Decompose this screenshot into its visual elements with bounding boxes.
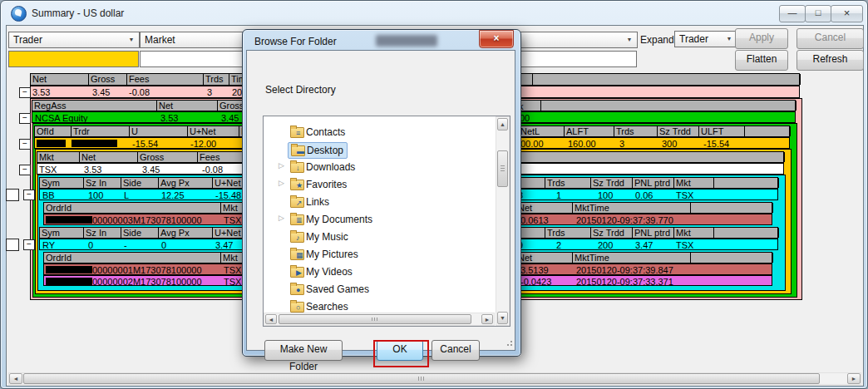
tree-item-label: Searches: [306, 301, 348, 313]
grid-cell: 00.00: [520, 139, 544, 149]
folder-glyph: ○: [296, 303, 300, 312]
grid-cell: NCSA Equity: [35, 113, 88, 123]
tree-item-desktop[interactable]: ▬Desktop: [264, 142, 488, 158]
tree-item-inner[interactable]: ★Favorites: [288, 177, 350, 192]
grid-cell: 3.45: [221, 113, 239, 123]
grid-cell: 0: [161, 240, 166, 250]
tree-item-label: My Music: [306, 231, 348, 243]
column-header: Fees: [127, 74, 204, 85]
collapse-button[interactable]: −: [19, 165, 31, 175]
tree-item-label: Contacts: [306, 126, 345, 138]
tree-h-scrollbar[interactable]: ◄ ►: [264, 313, 495, 326]
tree-item-links[interactable]: ↗Links: [264, 194, 488, 210]
redacted-value: [46, 278, 92, 285]
folder-glyph: ●: [296, 286, 300, 294]
folder-tree[interactable]: ≡Contacts▬Desktop▷↓Downloads▷★Favorites↗…: [263, 116, 510, 327]
column-header: Trds: [614, 126, 658, 136]
column-header: Net: [80, 152, 138, 162]
favorites-folder-icon: ★: [290, 180, 304, 190]
links-folder-icon: ↗: [290, 197, 304, 208]
collapse-button[interactable]: −: [23, 190, 35, 200]
collapse-button[interactable]: −: [19, 87, 31, 98]
folder-glyph: ▦: [296, 251, 303, 259]
column-header: Sz Trdd: [591, 228, 633, 238]
grid-cell: L: [124, 190, 129, 200]
tree-item-inner[interactable]: ▦My Pictures: [288, 247, 362, 262]
tree-item-inner[interactable]: ↗Links: [288, 194, 333, 209]
scroll-up-icon[interactable]: ▲: [497, 118, 508, 130]
tree-item-inner[interactable]: ♪My Music: [288, 229, 352, 244]
tree-item-inner[interactable]: ≡Contacts: [288, 125, 348, 140]
tree-item-inner[interactable]: ≣My Documents: [288, 212, 376, 227]
downloads-folder-icon: ↓: [290, 162, 304, 173]
scroll-down-icon[interactable]: ▼: [497, 312, 508, 324]
column-header: Trdr: [72, 126, 130, 136]
tree-item-label: Downloads: [306, 161, 355, 173]
column-header: MktTime: [573, 253, 691, 263]
column-header: Sym: [40, 228, 84, 238]
redacted-text: [376, 35, 437, 47]
scroll-left-icon[interactable]: ◄: [265, 314, 277, 324]
grid-cell: 20: [232, 87, 242, 97]
grid-cell: 2: [556, 240, 561, 250]
grid-cell: 3.5139: [520, 265, 549, 275]
grid-cell: 1: [556, 190, 561, 200]
tree-h-thumb[interactable]: [279, 314, 471, 324]
column-header: Sz In: [84, 228, 121, 238]
column-header: Net: [516, 203, 573, 213]
grid-cell: -0.08: [202, 165, 223, 175]
grid-cell: TSX: [39, 165, 57, 175]
dialog-title: Browse For Folder: [254, 36, 337, 47]
grid-cell: BB: [42, 190, 55, 200]
row-checkbox[interactable]: [6, 189, 19, 201]
column-header: NetL: [519, 126, 565, 136]
folder-glyph: ▬: [297, 147, 304, 155]
grid-cell: 0: [88, 240, 93, 250]
collapse-button[interactable]: −: [23, 239, 35, 250]
tree-v-scrollbar[interactable]: ▲ ▼: [496, 116, 510, 326]
column-header: Side: [121, 178, 159, 188]
tree-item-saved-games[interactable]: ●Saved Games: [264, 282, 488, 298]
tree-item-my-music[interactable]: ♪My Music: [264, 229, 488, 245]
expand-arrow-icon[interactable]: ▷: [279, 161, 284, 170]
grid-cell: 20150120-09:37:39.770: [576, 215, 673, 225]
make-new-folder-button[interactable]: Make New Folder: [264, 340, 343, 361]
folder-glyph: ≡: [296, 129, 300, 137]
tree-item-my-documents[interactable]: ▷≣My Documents: [264, 212, 488, 228]
tree-item-downloads[interactable]: ▷↓Downloads: [264, 160, 488, 175]
tree-item-my-pictures[interactable]: ▦My Pictures: [264, 247, 488, 263]
tree-item-contacts[interactable]: ≡Contacts: [264, 125, 488, 140]
column-header: Mkt: [674, 178, 714, 188]
tree-item-label: My Documents: [306, 214, 372, 225]
collapse-button[interactable]: −: [19, 113, 31, 124]
tree-item-inner[interactable]: ●Saved Games: [288, 282, 372, 297]
grid-cell: 3: [619, 139, 624, 149]
tree-item-inner[interactable]: ▶My Videos: [288, 264, 356, 279]
grid-cell: RY: [42, 240, 55, 250]
column-header: [533, 74, 801, 85]
expand-arrow-icon[interactable]: ▷: [279, 214, 284, 222]
column-header: Net: [516, 253, 573, 263]
column-header: OrdrId: [44, 253, 221, 263]
tree-item-label: Desktop: [307, 145, 343, 156]
collapse-button[interactable]: −: [19, 139, 31, 150]
resize-grip[interactable]: [506, 341, 512, 347]
dialog-body: Select Directory ≡Contacts▬Desktop▷↓Down…: [246, 50, 515, 351]
tree-item-favorites[interactable]: ▷★Favorites: [264, 177, 488, 193]
column-header: Sz Trdd: [591, 178, 633, 188]
tree-item-my-videos[interactable]: ▶My Videos: [264, 264, 488, 280]
column-header: Side: [121, 228, 159, 238]
row-checkbox[interactable]: [6, 239, 19, 251]
column-header: [691, 203, 773, 213]
expand-arrow-icon[interactable]: ▷: [279, 179, 284, 187]
redacted-value: [37, 140, 66, 147]
tree-item-inner[interactable]: ↓Downloads: [288, 160, 358, 175]
scroll-right-icon[interactable]: ►: [481, 314, 493, 324]
tree-item-inner[interactable]: ▬Desktop: [288, 142, 348, 159]
dialog-cancel-button[interactable]: Cancel: [432, 340, 480, 361]
column-header: Trds: [204, 74, 229, 85]
tree-item-label: My Pictures: [306, 249, 358, 260]
tree-v-thumb[interactable]: [497, 150, 508, 187]
grid-cell: 20150120-09:37:39.847: [576, 265, 673, 275]
dialog-close-button[interactable]: ×: [479, 30, 514, 48]
